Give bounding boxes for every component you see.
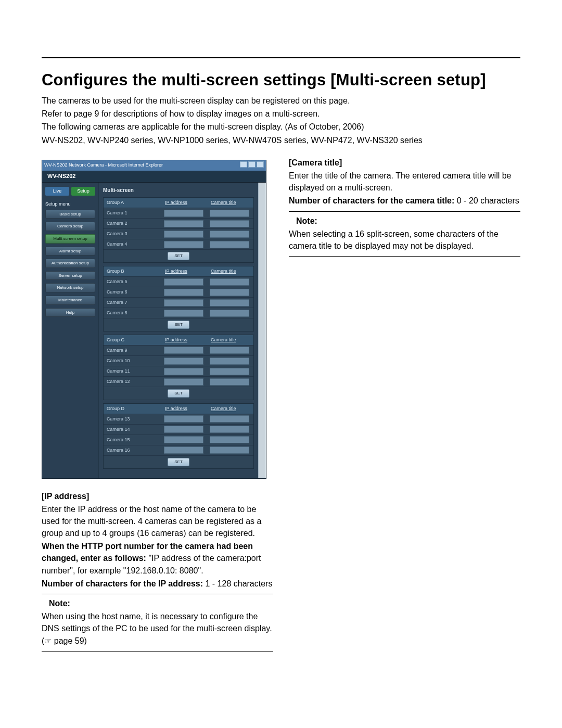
scrollbar[interactable] (258, 183, 266, 478)
camera-title-input[interactable] (210, 446, 249, 454)
camera-title-input[interactable] (210, 231, 249, 238)
sidebar-item-basic-setup[interactable]: Basic setup (45, 210, 95, 219)
ip-address-input[interactable] (164, 231, 203, 238)
camera-title-char-limit-value: 0 - 20 characters (457, 196, 519, 205)
ip-address-input[interactable] (164, 357, 203, 365)
column-ip-address[interactable]: IP address (162, 198, 208, 208)
ip-address-input[interactable] (164, 415, 203, 423)
set-button[interactable]: SET (168, 321, 189, 329)
camera-row: Camera 7 (104, 297, 253, 308)
camera-title-input[interactable] (210, 210, 249, 217)
group-name: Group A (104, 198, 162, 208)
camera-title-char-limit: Number of characters for the camera titl… (289, 195, 520, 207)
camera-row: Camera 12 (104, 376, 253, 387)
camera-title-input[interactable] (210, 278, 249, 286)
ip-address-input[interactable] (164, 210, 203, 217)
sidebar-item-maintenance[interactable]: Maintenance (45, 296, 95, 305)
camera-title-input[interactable] (210, 347, 249, 354)
camera-row-label: Camera 14 (104, 425, 162, 435)
tab-setup[interactable]: Setup (71, 187, 95, 196)
column-ip-address[interactable]: IP address (162, 266, 208, 276)
camera-title-char-limit-lead: Number of characters for the camera titl… (289, 196, 457, 205)
camera-row-label: Camera 3 (104, 229, 162, 239)
sidebar-item-multi-screen-setup[interactable]: Multi-screen setup (45, 234, 95, 244)
ip-address-input[interactable] (164, 426, 203, 433)
camera-title-input[interactable] (210, 426, 249, 433)
group-block: Group CIP addressCamera titleCamera 9Cam… (103, 335, 254, 400)
set-row: SET (104, 249, 253, 262)
camera-title-input[interactable] (210, 241, 249, 248)
camera-title-input[interactable] (210, 415, 249, 423)
sidebar-item-authentication-setup[interactable]: Authentication setup (45, 259, 95, 268)
column-camera-title[interactable]: Camera title (208, 266, 253, 276)
camera-title-input[interactable] (210, 310, 249, 317)
tab-live[interactable]: Live (45, 187, 69, 196)
set-row: SET (104, 318, 253, 331)
ip-address-http-note: When the HTTP port number for the camera… (42, 540, 273, 577)
group-block: Group DIP addressCamera titleCamera 13Ca… (103, 403, 254, 469)
group-name: Group B (104, 266, 162, 276)
ip-address-input[interactable] (164, 446, 203, 454)
ip-address-input[interactable] (164, 220, 203, 227)
window-buttons (239, 161, 264, 170)
sidebar-item-alarm-setup[interactable]: Alarm setup (45, 247, 95, 256)
panel-title: Multi-screen (103, 187, 254, 195)
ip-address-input[interactable] (164, 289, 203, 296)
ip-address-input[interactable] (164, 347, 203, 354)
camera-row: Camera 10 (104, 355, 253, 366)
ip-address-input[interactable] (164, 299, 203, 306)
sidebar-item-server-setup[interactable]: Server setup (45, 271, 95, 280)
ip-address-char-limit-value: 1 - 128 characters (205, 579, 272, 588)
ip-address-input[interactable] (164, 378, 203, 386)
camera-title-heading: [Camera title] (289, 157, 520, 169)
group-header: Group BIP addressCamera title (104, 266, 253, 276)
camera-row-label: Camera 1 (104, 208, 162, 218)
intro-line: The cameras to be used for the multi-scr… (42, 95, 520, 107)
ip-address-input[interactable] (164, 436, 203, 443)
camera-title-input[interactable] (210, 357, 249, 365)
camera-row: Camera 2 (104, 218, 253, 228)
ip-address-input[interactable] (164, 368, 203, 375)
camera-row: Camera 11 (104, 366, 253, 376)
camera-row: Camera 15 (104, 435, 253, 445)
group-header: Group CIP addressCamera title (104, 335, 253, 345)
ip-address-input[interactable] (164, 241, 203, 248)
intro-line: The following cameras are applicable for… (42, 121, 520, 133)
note-label: Note: (296, 215, 520, 227)
camera-row: Camera 5 (104, 276, 253, 287)
sidebar-item-help[interactable]: Help (45, 308, 95, 317)
column-camera-title[interactable]: Camera title (208, 404, 253, 414)
set-button[interactable]: SET (168, 389, 189, 398)
camera-row-label: Camera 5 (104, 277, 162, 287)
set-button[interactable]: SET (168, 252, 189, 260)
sidebar-item-network-setup[interactable]: Network setup (45, 283, 95, 292)
camera-row-label: Camera 4 (104, 239, 162, 249)
camera-row-label: Camera 11 (104, 366, 162, 376)
camera-title-input[interactable] (210, 220, 249, 227)
camera-row-label: Camera 15 (104, 435, 162, 445)
ip-address-input[interactable] (164, 310, 203, 317)
camera-title-input[interactable] (210, 436, 249, 443)
camera-title-input[interactable] (210, 299, 249, 306)
camera-row: Camera 9 (104, 345, 253, 355)
set-row: SET (104, 387, 253, 400)
camera-row: Camera 4 (104, 239, 253, 249)
column-camera-title[interactable]: Camera title (208, 335, 253, 345)
sidebar: Live Setup Setup menu Basic setup Camera… (42, 183, 99, 478)
camera-title-input[interactable] (210, 378, 249, 386)
ip-address-heading: [IP address] (42, 490, 273, 502)
camera-title-input[interactable] (210, 289, 249, 296)
ip-address-input[interactable] (164, 278, 203, 286)
column-camera-title[interactable]: Camera title (208, 198, 253, 208)
intro-line: WV-NS202, WV-NP240 series, WV-NP1000 ser… (42, 134, 520, 146)
column-ip-address[interactable]: IP address (162, 335, 208, 345)
sidebar-item-camera-setup[interactable]: Camera setup (45, 222, 95, 231)
camera-row: Camera 6 (104, 287, 253, 297)
column-ip-address[interactable]: IP address (162, 404, 208, 414)
camera-title-input[interactable] (210, 368, 249, 375)
camera-row: Camera 13 (104, 414, 253, 424)
camera-row: Camera 16 (104, 445, 253, 455)
camera-title-desc: Enter the title of the camera. The enter… (289, 170, 520, 194)
set-button[interactable]: SET (168, 458, 189, 466)
group-block: Group AIP addressCamera titleCamera 1Cam… (103, 197, 254, 263)
